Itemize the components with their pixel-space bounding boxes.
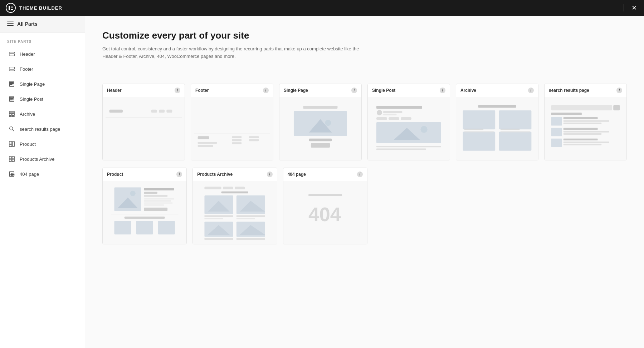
svg-rect-94 bbox=[564, 138, 598, 140]
card-footer-bar: Footer i bbox=[191, 84, 273, 97]
svg-rect-70 bbox=[376, 148, 426, 150]
svg-line-25 bbox=[13, 130, 14, 131]
svg-rect-13 bbox=[10, 83, 14, 84]
svg-rect-91 bbox=[564, 131, 609, 132]
svg-rect-49 bbox=[249, 139, 259, 141]
svg-rect-0 bbox=[9, 6, 10, 10]
svg-rect-37 bbox=[151, 109, 157, 113]
sidebar-item-products-archive[interactable]: Products Archive bbox=[0, 151, 85, 166]
svg-rect-12 bbox=[10, 83, 14, 83]
cards-row-2: Product i bbox=[102, 168, 367, 244]
sidebar-item-header[interactable]: Header bbox=[0, 46, 85, 61]
svg-rect-59 bbox=[376, 106, 422, 109]
card-footer[interactable]: Footer i bbox=[191, 84, 273, 160]
svg-rect-9 bbox=[9, 67, 14, 69]
svg-rect-83 bbox=[613, 105, 620, 110]
svg-rect-43 bbox=[198, 142, 217, 144]
card-single-page[interactable]: Single Page i bbox=[279, 84, 362, 160]
card-product[interactable]: Product i bbox=[102, 168, 187, 244]
svg-rect-79 bbox=[501, 131, 530, 132]
svg-rect-46 bbox=[232, 139, 242, 141]
card-single-page-bar: Single Page i bbox=[279, 84, 361, 97]
svg-rect-7 bbox=[9, 52, 14, 53]
close-button[interactable]: ✕ bbox=[630, 4, 638, 12]
card-404[interactable]: 404 page i 404 bbox=[283, 168, 367, 244]
sidebar-all-parts[interactable]: All Parts bbox=[0, 16, 85, 33]
svg-rect-47 bbox=[232, 142, 242, 144]
svg-rect-41 bbox=[194, 102, 270, 155]
content-divider bbox=[102, 72, 627, 72]
svg-rect-124 bbox=[205, 218, 223, 219]
svg-rect-38 bbox=[159, 109, 165, 113]
top-bar-right: ✕ bbox=[624, 4, 638, 12]
card-single-post-info[interactable]: i bbox=[440, 88, 445, 93]
card-product-info[interactable]: i bbox=[176, 171, 182, 177]
card-single-post-bar: Single Post i bbox=[368, 84, 450, 97]
svg-rect-89 bbox=[551, 128, 562, 136]
card-single-post-title: Single Post bbox=[372, 88, 395, 93]
sidebar-item-single-post[interactable]: Single Post bbox=[0, 91, 85, 106]
svg-rect-104 bbox=[144, 198, 174, 199]
card-header-info[interactable]: i bbox=[175, 88, 180, 93]
card-search-results[interactable]: search results page i bbox=[544, 84, 627, 160]
main-layout: All Parts SITE PARTS Header Footer Singl… bbox=[0, 16, 644, 348]
sidebar-item-404[interactable]: 404 404 page bbox=[0, 166, 85, 182]
svg-point-68 bbox=[421, 126, 428, 133]
sidebar-item-products-archive-label: Products Archive bbox=[20, 156, 55, 162]
card-single-post[interactable]: Single Post i bbox=[367, 84, 450, 160]
card-404-info[interactable]: i bbox=[357, 171, 363, 177]
svg-rect-108 bbox=[144, 207, 167, 210]
svg-rect-57 bbox=[311, 143, 330, 148]
card-footer-title: Footer bbox=[195, 88, 209, 93]
svg-rect-123 bbox=[205, 215, 233, 217]
card-products-archive[interactable]: Products Archive i bbox=[192, 168, 277, 244]
card-404-preview: 404 bbox=[283, 181, 367, 244]
svg-rect-56 bbox=[309, 138, 332, 141]
menu-icon bbox=[7, 21, 14, 27]
card-product-title: Product bbox=[107, 172, 123, 177]
card-products-archive-bar: Products Archive i bbox=[193, 168, 277, 181]
sidebar-item-single-page[interactable]: Single Page bbox=[0, 76, 85, 91]
svg-rect-4 bbox=[7, 21, 14, 21]
top-bar: THEME BUILDER ✕ bbox=[0, 0, 644, 16]
card-archive-preview bbox=[456, 97, 538, 160]
svg-rect-77 bbox=[464, 131, 494, 132]
svg-rect-78 bbox=[464, 129, 483, 130]
svg-rect-131 bbox=[205, 238, 233, 240]
svg-rect-73 bbox=[463, 110, 496, 129]
card-archive-info[interactable]: i bbox=[528, 88, 534, 93]
sidebar-item-archive[interactable]: Archive bbox=[0, 106, 85, 121]
svg-rect-125 bbox=[236, 215, 265, 217]
svg-rect-31 bbox=[9, 159, 11, 161]
card-header[interactable]: Header i bbox=[102, 84, 185, 160]
card-products-archive-info[interactable]: i bbox=[267, 171, 273, 177]
svg-rect-88 bbox=[564, 123, 602, 124]
svg-rect-80 bbox=[501, 129, 519, 130]
card-404-bar: 404 page i bbox=[283, 168, 367, 181]
card-single-post-preview bbox=[368, 97, 450, 160]
sidebar-item-product[interactable]: Product bbox=[0, 136, 85, 151]
svg-rect-95 bbox=[564, 141, 609, 143]
sidebar-item-footer[interactable]: Footer bbox=[0, 61, 85, 76]
top-bar-left: THEME BUILDER bbox=[6, 3, 62, 13]
card-header-title: Header bbox=[107, 88, 122, 93]
card-footer-info[interactable]: i bbox=[263, 88, 269, 93]
svg-rect-29 bbox=[9, 156, 11, 159]
svg-rect-132 bbox=[236, 238, 265, 240]
card-search-results-bar: search results page i bbox=[545, 84, 626, 97]
sidebar-item-404-label: 404 page bbox=[20, 171, 39, 177]
svg-rect-76 bbox=[499, 131, 532, 150]
sidebar-item-archive-label: Archive bbox=[20, 111, 35, 117]
card-archive[interactable]: Archive i bbox=[456, 84, 538, 160]
svg-rect-106 bbox=[144, 202, 172, 203]
card-single-page-info[interactable]: i bbox=[351, 88, 357, 93]
card-search-results-info[interactable]: i bbox=[616, 88, 622, 93]
card-products-archive-preview bbox=[193, 181, 277, 244]
svg-rect-32 bbox=[12, 159, 14, 161]
svg-rect-64 bbox=[389, 117, 399, 120]
svg-point-55 bbox=[325, 120, 331, 126]
svg-rect-72 bbox=[478, 105, 516, 108]
svg-rect-101 bbox=[144, 188, 174, 190]
sidebar-item-search-results[interactable]: search results page bbox=[0, 121, 85, 136]
card-product-preview bbox=[103, 181, 186, 244]
